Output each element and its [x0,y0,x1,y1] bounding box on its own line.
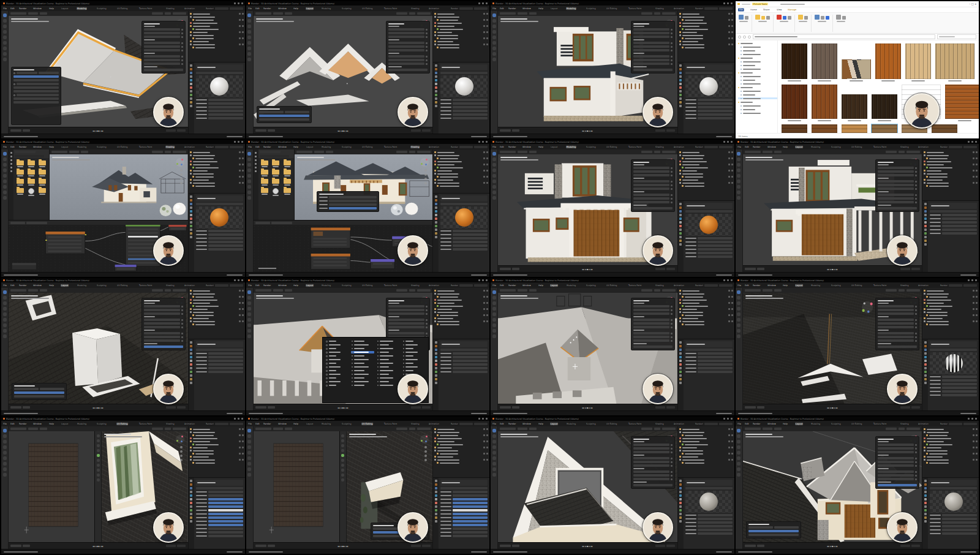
hide-icon[interactable] [239,157,241,159]
mode-dropdown[interactable] [500,151,516,153]
ribbon-tab-home[interactable]: Home [750,9,757,12]
properties-tab-6[interactable] [924,502,927,504]
keying-menu[interactable] [268,406,275,409]
menu-window[interactable]: Window [278,145,287,148]
render-visibility-icon[interactable] [242,320,244,322]
snap-toggle[interactable] [654,12,660,15]
properties-tab-3[interactable] [679,214,682,216]
properties-tab-8[interactable] [190,371,192,373]
rotation-field-1[interactable] [878,322,914,325]
property-value-field[interactable] [942,225,977,227]
properties-tab-9[interactable] [924,513,927,515]
view-menu[interactable] [763,151,772,153]
render-visibility-icon[interactable] [486,453,488,455]
location-field-2[interactable] [388,312,424,315]
lock-icon[interactable] [915,319,917,321]
folder-item[interactable] [282,160,292,167]
video-thumbnail-15[interactable]: Blender - 3D Architectural Visualization… [491,417,734,554]
folder-item[interactable] [260,179,270,186]
location-field-2[interactable] [633,174,669,176]
workspace-tab-shading[interactable]: Shading [410,145,420,148]
checkbox-icon[interactable] [13,72,15,74]
scale-field-2[interactable] [388,62,424,65]
properties-tab-9[interactable] [924,374,927,377]
lock-icon[interactable] [915,171,917,173]
axis-y-dot[interactable] [421,163,423,165]
hide-icon[interactable] [728,440,730,442]
lock-icon[interactable] [671,478,673,480]
lock-icon[interactable] [426,309,428,311]
operator-field[interactable] [13,90,59,92]
property-value-field[interactable] [698,371,733,373]
render-visibility-icon[interactable] [976,440,978,442]
axis-z-dot[interactable] [181,440,183,442]
properties-tab-2[interactable] [924,349,927,351]
workspace-tab-shading[interactable]: Shading [165,145,175,148]
tool-icon-2[interactable] [247,301,251,305]
tool-icon-3[interactable] [3,168,7,172]
scene-selector-field[interactable] [704,284,718,287]
menu-edit[interactable]: Edit [745,145,749,148]
view-menu[interactable] [314,151,324,153]
hide-icon[interactable] [483,296,485,298]
properties-tab-7[interactable] [435,90,437,92]
properties-tab-2[interactable] [924,487,927,489]
hide-icon[interactable] [239,13,241,15]
render-visibility-icon[interactable] [486,151,488,153]
workspace-tab-modeling[interactable]: Modeling [321,284,331,286]
lock-icon[interactable] [181,309,183,311]
tool-icon-5[interactable] [492,318,496,322]
scale-field-2[interactable] [144,339,180,342]
property-value-field[interactable] [208,360,243,362]
property-value-field[interactable] [698,525,733,527]
pan-icon[interactable] [424,450,427,453]
tool-icon-5[interactable] [247,318,251,322]
pan-icon[interactable] [424,173,427,176]
workspace-tab-sculpting[interactable]: Sculpting [96,422,107,425]
outliner-row[interactable] [924,184,978,187]
outliner-row[interactable] [924,323,978,326]
rotation-field-1[interactable] [878,461,914,463]
properties-tab-9[interactable] [435,513,437,515]
workspace-tab-animation[interactable]: Animation [673,145,685,148]
vtool-icon-1[interactable] [341,439,344,442]
location-field-0[interactable] [388,305,424,308]
outliner-row[interactable] [434,184,488,187]
workspace-tab-layout[interactable]: Layout [550,284,558,286]
render-visibility-icon[interactable] [486,13,488,15]
hide-icon[interactable] [239,459,241,461]
playback-menu[interactable] [10,406,21,409]
tool-icon-8[interactable] [3,58,7,61]
hide-icon[interactable] [483,164,485,165]
nav-item[interactable] [738,101,777,103]
mode-dropdown[interactable] [500,12,516,15]
dimension-field[interactable] [388,69,428,71]
perspective-icon[interactable] [180,182,183,184]
menu-edit[interactable]: Edit [745,422,749,425]
workspace-tab-sculpting[interactable]: Sculpting [341,422,352,425]
render-visibility-icon[interactable] [976,453,978,455]
hide-icon[interactable] [728,447,730,448]
select-menu[interactable] [285,12,292,15]
properties-tab-6[interactable] [435,502,437,504]
tool-icon-1[interactable] [3,296,7,300]
overlays-toggle[interactable] [662,289,676,292]
rotation-field-1[interactable] [633,184,669,186]
render-visibility-icon[interactable] [731,176,733,178]
menu-file[interactable]: File [492,7,496,10]
scene-selector-field[interactable] [963,284,977,287]
lock-icon[interactable] [671,465,673,467]
scene-selector-field[interactable] [949,284,962,287]
camera-icon[interactable] [424,455,427,457]
workspace-tab-sculpting[interactable]: Sculpting [341,145,352,148]
properties-tab-9[interactable] [190,513,192,515]
hide-icon[interactable] [239,182,241,184]
transport-controls[interactable]: ◂◂ ◂ ▪ ▸ ▸▸ [92,129,104,132]
location-field-0[interactable] [633,305,669,308]
location-field-1[interactable] [633,309,669,311]
property-value-field[interactable] [942,525,977,527]
render-visibility-icon[interactable] [731,170,733,172]
properties-tab-9[interactable] [679,97,682,100]
properties-tab-9[interactable] [679,513,682,515]
properties-tab-3[interactable] [924,491,927,493]
